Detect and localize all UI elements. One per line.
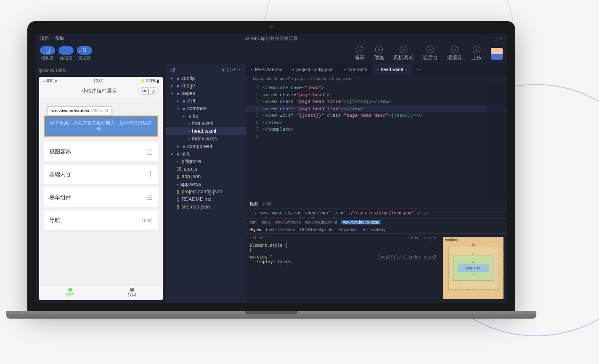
status-battery: ⚡100% ▮ (140, 79, 159, 83)
menu-project[interactable]: 项目 (40, 35, 49, 42)
devtools-subtab[interactable]: DOM Breakpoints (300, 227, 333, 232)
tool-1[interactable]: 编辑器 (58, 46, 74, 61)
tree-item[interactable]: ▸■lib (166, 112, 246, 120)
status-signal: ◦◦◦IDE ≈ (42, 79, 58, 83)
editor-tab[interactable]: ▪project.config.json (287, 64, 339, 75)
tree-item[interactable]: ▾■pages (166, 90, 246, 97)
laptop-frame: 项目 帮助 v2-FinClip小程序开发工具 — ▢ ✕ ▢模拟器编辑器⇅调试… (27, 21, 515, 319)
device-info: iphone6 100% (39, 66, 163, 77)
tree-item[interactable]: ▸■API (166, 97, 246, 105)
avatar[interactable] (491, 48, 503, 60)
action-4[interactable]: ○清缓存 (447, 46, 462, 61)
breadcrumb[interactable]: fino-applet-demo-v2›pages›common›head.wx… (246, 75, 507, 83)
action-1[interactable]: ○预览 (374, 46, 384, 61)
tree-actions[interactable]: ⊕ ▢ ⟳ ⋯ (222, 67, 242, 73)
tree-item[interactable]: ▸■utils (166, 150, 246, 158)
tool-2[interactable]: ⇅调试器 (77, 46, 92, 61)
tab-more[interactable]: ⋯ (413, 64, 424, 75)
tree-item[interactable]: ▪foot.wxml (166, 120, 246, 127)
inspect-tooltip: wx-view.index-desc 240 × 44 (48, 106, 112, 115)
card-0[interactable]: 视图容器▢ (44, 142, 158, 161)
window-controls[interactable]: — ▢ ✕ (488, 36, 503, 41)
devtools-tab-log[interactable]: 日志 (263, 201, 271, 207)
tree-item[interactable]: {}project.config.json (166, 188, 246, 195)
card-3[interactable]: 导航ooo (44, 211, 158, 230)
editor-tab[interactable]: ▪head.wxml × (372, 64, 413, 75)
code-editor[interactable]: 1<template name="head">2 <view class="pa… (246, 83, 507, 200)
tree-root[interactable]: v2 (170, 67, 175, 73)
window-title: v2-FinClip小程序开发工具 (245, 35, 298, 42)
ide-window: 项目 帮助 v2-FinClip小程序开发工具 — ▢ ✕ ▢模拟器编辑器⇅调试… (36, 34, 507, 303)
file-explorer: v2 ⊕ ▢ ⟳ ⋯ ▸■config▸■image▾■pages▸■API▾■… (166, 64, 246, 303)
laptop-camera (270, 25, 273, 29)
devtools-subtab[interactable]: Properties (338, 227, 358, 232)
card-1[interactable]: 基础内容T (44, 165, 158, 184)
styles-pane[interactable]: Filter :hov .cls + element.style {}</spa… (246, 234, 440, 303)
toolbar: ▢模拟器编辑器⇅调试器 ○编译○预览○真机调试○切后台○清缓存○上传 (36, 43, 507, 64)
status-time: 10:01 (93, 79, 104, 83)
inspected-element[interactable]: 以下将展示小程序官方组件能力，组件样式仅供参考。 (44, 116, 158, 137)
editor-tab[interactable]: ▪README.md (246, 64, 287, 75)
tree-item[interactable]: ▸■component (166, 142, 246, 150)
tree-item[interactable]: ▸■config (166, 74, 246, 82)
card-2[interactable]: 表单组件☰ (44, 187, 158, 207)
elements-breadcrumb[interactable]: htmlbodywx-view.indexwx-view.index-hdwx-… (246, 218, 507, 226)
box-model: margin 10 border – padding – 240 × 4 (440, 234, 507, 303)
devtools-subtab[interactable]: Event Listeners (266, 227, 295, 232)
tree-item[interactable]: ▪head.wxml (166, 127, 246, 135)
phone-tab-0[interactable]: ▦组件 (39, 285, 101, 300)
tree-item[interactable]: {}sitemap.json (166, 203, 246, 211)
tree-item[interactable]: ▪app.wxss (166, 180, 246, 188)
action-2[interactable]: ○真机调试 (393, 46, 413, 61)
editor-tab[interactable]: ▪foot.wxml (339, 64, 372, 75)
styles-toggles[interactable]: :hov .cls + (408, 235, 436, 240)
tool-0[interactable]: ▢模拟器 (40, 46, 55, 61)
devtools: 视图 日志 ▸ <wx-image class="index-logo" src… (246, 200, 507, 303)
tree-item[interactable]: ▪.gitignore (166, 158, 246, 165)
tree-item[interactable]: JSapp.js (166, 165, 246, 173)
app-capsule[interactable]: ••• │ ⊙ (138, 87, 159, 95)
devtools-subtab[interactable]: Accessibility (363, 227, 385, 232)
tree-item[interactable]: ▾■common (166, 105, 246, 112)
minimap[interactable] (486, 83, 507, 200)
phone-tab-1[interactable]: ▦接口 (101, 285, 163, 300)
phone-preview: ◦◦◦IDE ≈ 10:01 ⚡100% ▮ 小程序组件展示 ••• │ ⊙ w… (39, 77, 163, 300)
laptop-base (6, 311, 536, 319)
tree-item[interactable]: ▪index.wxss (166, 135, 246, 142)
tree-item[interactable]: {}README.md (166, 195, 246, 203)
action-0[interactable]: ○编译 (355, 46, 365, 61)
action-3[interactable]: ○切后台 (423, 46, 438, 61)
menubar: 项目 帮助 v2-FinClip小程序开发工具 — ▢ ✕ (36, 34, 507, 43)
action-5[interactable]: ○上传 (472, 46, 482, 61)
app-title: 小程序组件展示 (60, 87, 138, 95)
editor-panel: ▪README.md▪project.config.json▪foot.wxml… (246, 64, 507, 303)
tree-item[interactable]: ▸■image (166, 82, 246, 90)
devtools-subtab[interactable]: Styles (249, 227, 261, 232)
styles-filter[interactable]: Filter (249, 235, 265, 240)
elements-tree[interactable]: ▸ <wx-image class="index-logo" src="../r… (246, 208, 507, 218)
simulator-panel: iphone6 100% ◦◦◦IDE ≈ 10:01 ⚡100% ▮ 小程序组… (36, 64, 166, 303)
devtools-tab-view[interactable]: 视图 (249, 201, 258, 207)
menu-help[interactable]: 帮助 (55, 35, 64, 42)
tree-item[interactable]: {}app.json (166, 173, 246, 180)
